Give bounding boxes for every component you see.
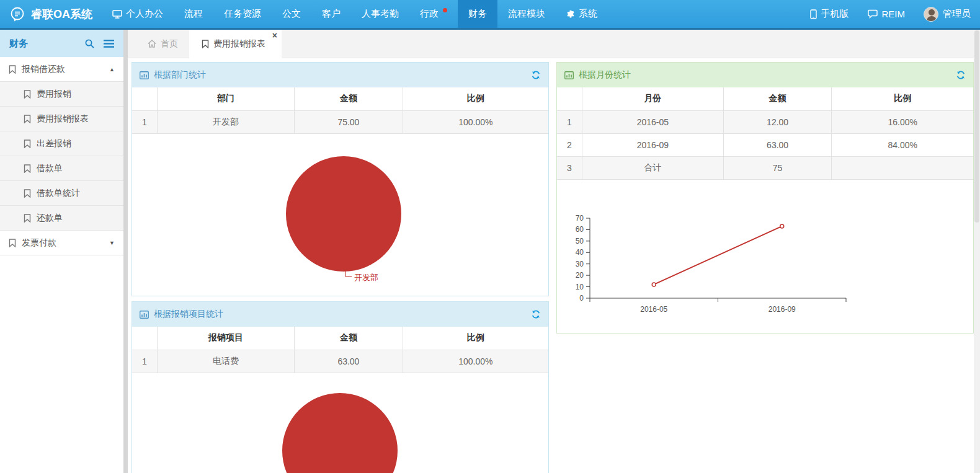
caret-up-icon: ▲: [109, 66, 115, 73]
bookmark-icon: [24, 115, 31, 123]
sidebar-item-loan-form[interactable]: 借款单: [0, 156, 123, 181]
sidebar-group-reimburse-loan[interactable]: 报销借还款 ▲: [0, 57, 123, 82]
svg-text:2016-09: 2016-09: [768, 305, 796, 314]
dept-stats-table: 部门 金额 比例 1 开发部 75.00 100.00%: [132, 87, 548, 134]
search-icon[interactable]: [84, 38, 95, 49]
svg-text:0: 0: [579, 294, 584, 303]
bookmark-icon: [24, 189, 31, 198]
brand-title: 睿联OA系统: [31, 7, 92, 22]
refresh-button[interactable]: [531, 70, 541, 80]
nav-item-finance[interactable]: 财务: [458, 0, 497, 28]
table-header-row: 部门 金额 比例: [132, 87, 548, 110]
nav-item-customer[interactable]: 客户: [311, 0, 351, 28]
bar-chart-icon: [140, 311, 149, 319]
panel-item-stats: 根据报销项目统计 报销项目 金额 比例 1 电话费 63.00 100.00%: [131, 301, 549, 473]
nav-item-system[interactable]: 系统: [556, 0, 608, 28]
sidebar-header: 财务: [0, 30, 123, 57]
tab-bar: 首页 费用报销报表 ×: [128, 30, 974, 58]
main-menu: 个人办公 流程 任务资源 公文 客户 人事考勤 行政 财务 流程模块 系统: [102, 0, 608, 28]
sidebar: 财务 报销借还款 ▲ 费用报销 费用报销报表 出差报销 借款单 借款单统计 还款…: [0, 30, 123, 473]
panel-item-heading: 根据报销项目统计: [132, 302, 548, 327]
gear-icon: [566, 10, 575, 19]
bookmark-icon: [24, 214, 31, 223]
sidebar-group-invoice-payment[interactable]: 发票付款 ▼: [0, 231, 123, 255]
panel-month-heading: 根据月份统计: [557, 63, 973, 87]
svg-text:20: 20: [576, 271, 584, 280]
table-row: 1 电话费 63.00 100.00%: [132, 350, 548, 373]
sidebar-item-travel-reimburse[interactable]: 出差报销: [0, 131, 123, 156]
nav-item-task-resource[interactable]: 任务资源: [213, 0, 272, 28]
nav-item-hr-attendance[interactable]: 人事考勤: [351, 0, 409, 28]
refresh-button[interactable]: [531, 309, 541, 319]
svg-text:60: 60: [576, 225, 584, 234]
svg-text:30: 30: [576, 259, 584, 268]
pie-slice-item: [282, 393, 398, 473]
chat-icon: [868, 9, 878, 19]
phone-icon: [810, 9, 817, 19]
table-header-row: 月份 金额 比例: [557, 87, 973, 110]
bar-chart-icon: [140, 71, 149, 79]
pie-label: 开发部: [354, 272, 378, 283]
notification-dot: [443, 8, 447, 12]
navbar-right: 手机版 REIM 管理员: [801, 0, 980, 28]
nav-item-workflow-module[interactable]: 流程模块: [497, 0, 556, 28]
pie-chart-item: 电话费: [132, 373, 548, 473]
bookmark-icon: [9, 65, 16, 74]
item-stats-table: 报销项目 金额 比例 1 电话费 63.00 100.00%: [132, 327, 548, 373]
desktop-icon: [112, 10, 122, 19]
caret-down-icon: ▼: [109, 240, 115, 246]
main-content: 根据部门统计 部门 金额 比例 1 开发部 75.00 100.00% 开: [128, 58, 974, 473]
table-row: 1 2016-05 12.00 16.00%: [557, 110, 973, 133]
tab-close-icon[interactable]: ×: [272, 31, 277, 40]
user-menu[interactable]: 管理员: [914, 0, 980, 28]
scrollbar-thumb[interactable]: [974, 30, 979, 223]
panel-title: 根据月份统计: [579, 69, 631, 81]
bar-chart-icon: [564, 71, 574, 79]
svg-text:2016-05: 2016-05: [640, 305, 667, 314]
sidebar-content-divider: [123, 30, 128, 473]
reim-link[interactable]: REIM: [858, 0, 915, 28]
line-chart: 0102030405060702016-052016-09: [557, 180, 973, 334]
svg-text:10: 10: [576, 282, 584, 291]
pie-leader-line: [345, 269, 352, 277]
vertical-scrollbar: [974, 30, 980, 473]
nav-item-workflow[interactable]: 流程: [174, 0, 213, 28]
tab-expense-report[interactable]: 费用报销报表 ×: [189, 30, 282, 58]
bookmark-icon: [24, 139, 31, 148]
refresh-button[interactable]: [956, 70, 966, 80]
table-row: 1 开发部 75.00 100.00%: [132, 110, 548, 133]
sidebar-item-repayment-form[interactable]: 还款单: [0, 206, 123, 231]
pie-slice-dept: [286, 156, 401, 272]
top-navbar: 睿联OA系统 个人办公 流程 任务资源 公文 客户 人事考勤 行政 财务 流程模…: [0, 0, 980, 30]
sidebar-item-loan-stats[interactable]: 借款单统计: [0, 181, 123, 206]
pie-chart-dept: 开发部: [132, 134, 548, 296]
month-stats-table: 月份 金额 比例 1 2016-05 12.00 16.00% 2 2016-0…: [557, 87, 973, 180]
panel-month-stats: 根据月份统计 月份 金额 比例 1 2016-05 12.00 16.00% 2…: [556, 62, 974, 334]
bookmark-icon: [24, 164, 31, 173]
hamburger-menu-icon[interactable]: [104, 40, 114, 48]
home-icon: [148, 40, 156, 48]
tab-home[interactable]: 首页: [136, 30, 189, 58]
panel-title: 根据部门统计: [154, 69, 206, 81]
bookmark-icon: [202, 40, 209, 48]
avatar: [924, 7, 938, 22]
nav-item-document[interactable]: 公文: [272, 0, 311, 28]
sidebar-item-expense-reimburse[interactable]: 费用报销: [0, 82, 123, 107]
svg-text:50: 50: [576, 236, 584, 245]
nav-item-administration[interactable]: 行政: [409, 0, 458, 28]
panel-title: 根据报销项目统计: [154, 309, 223, 320]
brand[interactable]: 睿联OA系统: [0, 0, 102, 28]
nav-item-personal-office[interactable]: 个人办公: [102, 0, 174, 28]
panel-dept-heading: 根据部门统计: [132, 63, 548, 87]
svg-text:70: 70: [576, 214, 584, 223]
sidebar-title: 财务: [9, 38, 28, 50]
table-row: 2 2016-09 63.00 84.00%: [557, 133, 973, 156]
sidebar-item-expense-report[interactable]: 费用报销报表: [0, 107, 123, 131]
bookmark-icon: [9, 239, 16, 247]
mobile-version-link[interactable]: 手机版: [801, 0, 858, 28]
table-header-row: 报销项目 金额 比例: [132, 327, 548, 350]
panel-dept-stats: 根据部门统计 部门 金额 比例 1 开发部 75.00 100.00% 开: [131, 62, 549, 296]
bookmark-icon: [24, 90, 31, 99]
svg-text:40: 40: [576, 248, 584, 257]
brand-logo-icon: [9, 6, 25, 22]
